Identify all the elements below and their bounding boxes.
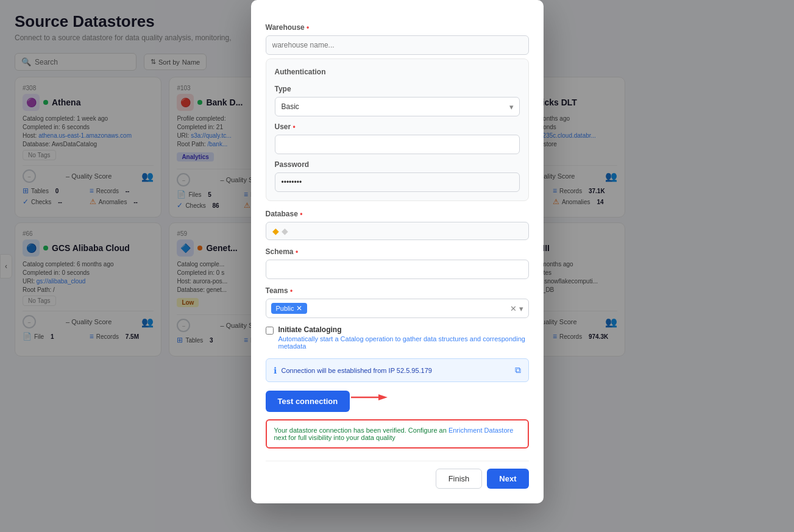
clear-teams-icon[interactable]: ✕ [510,304,517,313]
next-button[interactable]: Next [487,469,528,489]
database-icon: ◆ [272,226,279,236]
type-label: Type [275,85,520,93]
teams-input-wrapper[interactable]: Public ✕ ✕ ▾ [266,299,529,318]
teams-label: Teams • [266,286,529,295]
type-select-wrapper: Basic OAuth ▾ [275,97,520,116]
initiate-cataloging-desc: Automatically start a Catalog operation … [278,335,529,350]
finish-button[interactable]: Finish [436,469,483,489]
test-connection-button[interactable]: Test connection [266,391,350,412]
initiate-cataloging-checkbox[interactable] [266,327,274,335]
database-label: Database • [266,210,529,218]
remove-team-button[interactable]: ✕ [296,304,302,313]
info-icon: ℹ [274,366,277,375]
schema-input[interactable] [266,260,529,279]
database-input[interactable] [288,227,522,235]
warehouse-input[interactable] [266,35,529,55]
teams-dropdown-icon[interactable]: ✕ ▾ [510,304,523,313]
auth-section: Authentication Type Basic OAuth ▾ User •… [266,59,529,201]
schema-label: Schema • [266,247,529,256]
team-tag-public[interactable]: Public ✕ [271,303,308,314]
ip-notice: ℹ Connection will be established from IP… [266,358,529,382]
modal-footer: Finish Next [266,461,529,489]
password-label: Password [275,160,520,169]
password-input[interactable] [275,172,520,192]
success-text: Your datastore connection has been verif… [274,427,514,441]
database-icon2: ◆ [282,226,288,236]
initiate-cataloging-row: Initiate Cataloging Automatically start … [266,325,529,350]
copy-ip-button[interactable]: ⧉ [515,365,521,375]
user-input[interactable] [275,135,520,154]
auth-title: Authentication [275,68,520,76]
initiate-cataloging-label: Initiate Cataloging [278,325,529,334]
test-connection-wrapper: Test connection [266,382,350,412]
svg-marker-1 [378,394,388,400]
chevron-down-teams-icon[interactable]: ▾ [519,304,523,313]
datastore-modal: Warehouse • Authentication Type Basic OA… [251,0,544,503]
success-notice: Your datastore connection has been verif… [266,419,529,449]
warehouse-label: Warehouse • [266,23,529,32]
arrow-indicator [351,391,388,403]
type-select[interactable]: Basic OAuth [275,97,520,116]
user-label: User • [275,122,520,131]
ip-notice-text: Connection will be established from IP 5… [282,367,432,374]
